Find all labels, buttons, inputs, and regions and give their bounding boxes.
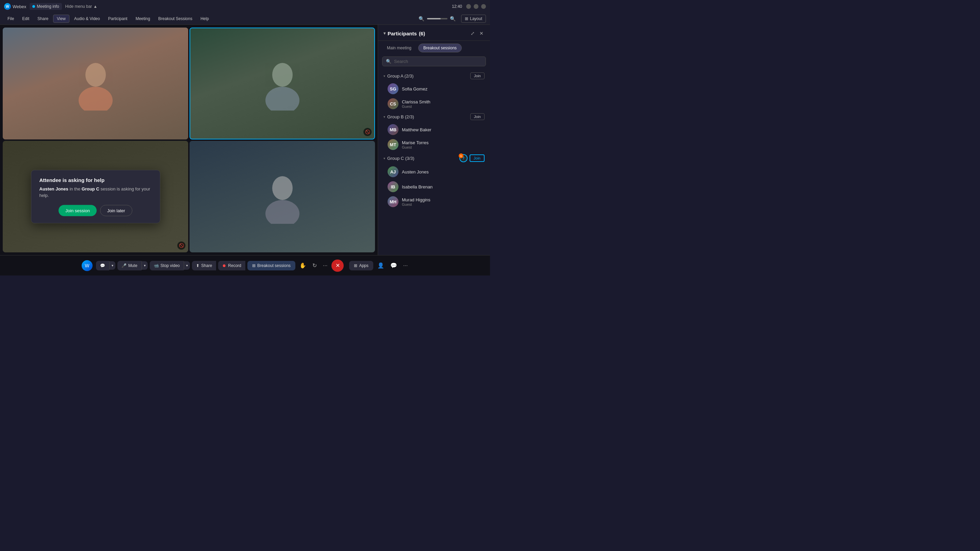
join-session-button[interactable]: Join session (59, 205, 97, 216)
zoom-slider[interactable] (427, 18, 447, 19)
participants-panel-button[interactable]: 👤 (375, 260, 386, 271)
record-button[interactable]: ⏺ Record (218, 261, 245, 270)
more-options-icon: ··· (323, 263, 327, 268)
help-indicator: 1 ? (460, 154, 468, 162)
notification-buttons: Join session Join later (40, 205, 152, 216)
record-control: ⏺ Record (218, 261, 245, 270)
close-button[interactable] (481, 4, 486, 9)
layout-label: Layout (470, 16, 482, 21)
search-input[interactable] (394, 59, 482, 64)
avatar: SG (388, 83, 398, 94)
breakout-icon: ⊞ (252, 263, 256, 268)
notification-popup: Attendee is asking for help Austen Jones… (31, 170, 160, 223)
share-label: Share (201, 263, 212, 268)
minimize-button[interactable] (466, 4, 471, 9)
video-person-1 (3, 27, 188, 140)
join-later-button[interactable]: Join later (100, 205, 132, 216)
stop-video-button[interactable]: 📹 Stop video (150, 261, 184, 270)
hide-menubar[interactable]: Hide menu bar ▲ (65, 4, 98, 9)
chat-button[interactable]: 💬 (388, 260, 399, 271)
meeting-info-tab[interactable]: Meeting info (30, 3, 62, 10)
mute-dropdown[interactable]: ▾ (142, 261, 148, 270)
mute-button[interactable]: 🎤 Mute (118, 261, 142, 270)
more-options-button[interactable]: ··· (321, 260, 329, 271)
layout-button[interactable]: ⊞ Layout (461, 14, 486, 23)
end-call-button[interactable]: ✕ (331, 259, 344, 272)
menu-file[interactable]: File (4, 15, 18, 22)
group-c-join-button[interactable]: Join (469, 154, 485, 162)
menu-help[interactable]: Help (197, 15, 212, 22)
participant-name: Murad Higgins (402, 197, 485, 202)
group-b-join-button[interactable]: Join (470, 113, 485, 120)
webex-home-button[interactable]: W (80, 259, 94, 272)
apps-label: Apps (359, 263, 368, 268)
more-toolbar-button[interactable]: ··· (401, 260, 410, 271)
messages-button[interactable]: 💬 (96, 261, 109, 270)
reactions-button[interactable]: ✋ (298, 260, 308, 271)
titlebar-time: 12:40 (452, 4, 462, 9)
group-a-join-button[interactable]: Join (470, 73, 485, 79)
meeting-tabs: Main meeting Breakout sessions (378, 41, 490, 55)
menu-breakout-sessions[interactable]: Breakout Sessions (155, 15, 196, 22)
participant-name: Austen Jones (402, 169, 485, 175)
menu-edit[interactable]: Edit (19, 15, 33, 22)
menu-participant[interactable]: Participant (105, 15, 131, 22)
search-bar: 🔍 (382, 56, 486, 66)
reactions-icon: ✋ (299, 263, 306, 268)
menu-meeting[interactable]: Meeting (132, 15, 153, 22)
zoom-out-button[interactable]: 🔍 (418, 16, 425, 21)
zoom-in-button[interactable]: 🔍 (450, 16, 456, 21)
notification-message: Austen Jones in the Group C session is a… (40, 185, 152, 198)
close-panel-icon[interactable]: ✕ (479, 30, 485, 37)
titlebar-right: 12:40 (452, 4, 486, 9)
group-a-header[interactable]: ▾ Group A (2/3) Join (378, 70, 490, 81)
group-b-header[interactable]: ▾ Group B (2/3) Join (378, 111, 490, 122)
meeting-info-dot (32, 5, 35, 8)
chevron-down-icon[interactable]: ▾ (383, 31, 385, 36)
video-cell-4[interactable] (189, 141, 375, 253)
webex-home-icon: W (82, 260, 92, 271)
panel-header-actions: ⤢ ✕ (469, 30, 485, 37)
participants-panel: ▾ Participants (6) ⤢ ✕ Main meeting Brea… (378, 25, 490, 255)
participants-list: ▾ Group A (2/3) Join SG Sofia Gomez CS C… (378, 69, 490, 255)
share-icon: ⬆ (196, 263, 199, 268)
video-grid: 🚫 🚫 Attendee is asking for help Austen J… (0, 25, 378, 255)
tab-main-meeting[interactable]: Main meeting (382, 43, 416, 52)
apps-icon: ⊞ (354, 263, 357, 268)
webex-logo-icon: W (4, 3, 11, 10)
messages-dropdown[interactable]: ▾ (109, 261, 115, 270)
list-item: MH Murad Higgins Guest (378, 194, 490, 209)
avatar: AJ (388, 166, 398, 177)
maximize-button[interactable] (474, 4, 479, 9)
participant-role: Guest (402, 202, 485, 206)
pop-out-icon[interactable]: ⤢ (469, 30, 476, 37)
video-cell-1[interactable] (3, 27, 188, 140)
menu-audio-video[interactable]: Audio & Video (71, 15, 103, 22)
record-icon: ⏺ (222, 263, 226, 268)
mic-icon: 🎤 (121, 263, 127, 268)
share-button[interactable]: ⬆ Share (192, 261, 216, 270)
tab-breakout-sessions[interactable]: Breakout sessions (418, 43, 462, 52)
video-cell-3[interactable]: 🚫 Attendee is asking for help Austen Jon… (3, 141, 188, 253)
breakout-sessions-button[interactable]: ⊞ Breakout sessions (247, 261, 295, 270)
video-dropdown[interactable]: ▾ (184, 261, 190, 270)
end-call-icon: ✕ (336, 262, 340, 269)
group-c-header[interactable]: ▾ Group C (3/3) 1 ? Join (378, 152, 490, 164)
video-cell-2[interactable]: 🚫 (189, 27, 375, 140)
participant-name: Matthew Baker (402, 127, 485, 132)
participant-name: Isabella Brenan (402, 184, 485, 189)
apps-button[interactable]: ⊞ Apps (349, 261, 373, 270)
avatar: MT (388, 139, 398, 150)
main-content: 🚫 🚫 Attendee is asking for help Austen J… (0, 25, 490, 255)
zoom-slider-fill (427, 18, 441, 19)
svg-point-7 (266, 200, 299, 224)
menu-share[interactable]: Share (34, 15, 52, 22)
more-reactions-button[interactable]: ↻ (310, 260, 319, 271)
menubar: File Edit Share View Audio & Video Parti… (0, 13, 490, 25)
titlebar-controls (466, 4, 486, 9)
notification-group: Group C (82, 186, 99, 191)
list-item: IB Isabella Brenan (378, 179, 490, 194)
menu-view[interactable]: View (53, 14, 69, 23)
group-c-chevron: ▾ (383, 156, 385, 160)
hide-menubar-label: Hide menu bar (65, 4, 92, 9)
